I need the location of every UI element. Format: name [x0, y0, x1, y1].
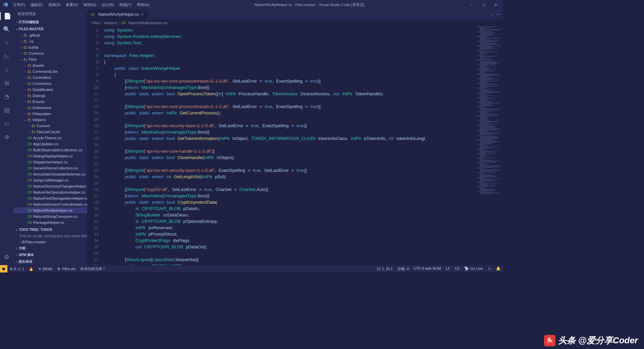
file-item[interactable]: C#AcrylicTheme.cs	[13, 135, 87, 141]
todo-files-master[interactable]: ›⊘ Files-master	[13, 239, 87, 245]
file-tree: ›🗀.github›🗀.vs›🗀builds›🗀Common⌄🗀Files›🗀A…	[13, 32, 87, 226]
folder-item[interactable]: ›🗀Controllers	[13, 74, 87, 81]
folder-item[interactable]: ›🗀CommandLine	[13, 68, 87, 74]
todo-section[interactable]: ⌄TODO TREE: TODOS	[13, 226, 87, 233]
file-item[interactable]: C#BulkObservableCollection.cs	[13, 147, 87, 153]
file-item[interactable]: C#PackageHelper.cs	[13, 219, 87, 226]
scan-mode[interactable]: ↻ Scan mode: workspace and open files	[13, 233, 87, 239]
file-item[interactable]: C#NativeWinApiHelper.cs	[13, 207, 87, 213]
menu-item[interactable]: 查看(V)	[63, 1, 80, 8]
breadcrumb[interactable]: Files › Helpers › C# NativeWinApiHelper.…	[87, 19, 503, 26]
settings-icon[interactable]: ⚙	[3, 253, 11, 261]
menu-item[interactable]: 选择(S)	[46, 1, 63, 8]
folder-item[interactable]: ⌄🗀Files	[13, 56, 87, 62]
more-icon[interactable]: ⋯	[79, 12, 83, 16]
sidebar-title: 资源管理器	[17, 12, 36, 16]
close-button[interactable]: ✕	[491, 1, 500, 8]
sidebar: 资源管理器 ⋯ ›打开的编辑器 ⌄FILES-MASTER ›🗀.github›…	[13, 9, 87, 265]
file-item[interactable]: C#JumpListManager.cs	[13, 177, 87, 183]
folder-item[interactable]: ›🗀Enums	[13, 99, 87, 105]
unfamiliar-section[interactable]: ›陌生单词	[13, 258, 87, 265]
status-bell-icon[interactable]: 🔔	[494, 266, 503, 271]
file-item[interactable]: C#DialogDisplayHelper.cs	[13, 153, 87, 159]
menu-item[interactable]: 文件(F)	[11, 1, 28, 8]
extensions-icon[interactable]: ⊞	[3, 79, 11, 87]
folder-item[interactable]: ›🗀.github	[13, 32, 87, 38]
file-item[interactable]: C#AppUpdater.cs	[13, 141, 87, 147]
folder-item[interactable]: ›🗀builds	[13, 44, 87, 50]
menu-item[interactable]: 转到(G)	[81, 1, 99, 8]
folder-item[interactable]: ›🗀Assets	[13, 62, 87, 68]
csharp-icon: C#	[91, 13, 95, 16]
menu-item[interactable]: 终端(T)	[117, 1, 134, 8]
status-flame[interactable]: 🔥	[26, 265, 36, 272]
menu-item[interactable]: 编辑(E)	[28, 1, 45, 8]
open-editors-section[interactable]: ›打开的编辑器	[13, 19, 87, 26]
status-position[interactable]: 行 1, 列 1	[375, 266, 395, 271]
menu-item[interactable]: 帮助(H)	[135, 1, 152, 8]
globe-icon[interactable]: ⊕	[3, 133, 11, 141]
maximize-button[interactable]: ▢	[479, 1, 488, 8]
minimap[interactable]	[476, 26, 503, 265]
folder-item[interactable]: ›🗀Common	[13, 50, 87, 56]
status-minify[interactable]: ✕ Minify	[36, 265, 55, 272]
more-actions-icon[interactable]: ⋯	[496, 12, 500, 17]
title-bar: 文件(F)编辑(E)选择(S)查看(V)转到(G)运行(R)终端(T)帮助(H)…	[0, 0, 503, 9]
editor-tabs: C# NativeWinApiHelper.cs × ⫞ ⋯	[87, 9, 503, 19]
search-icon[interactable]: 🔍	[3, 26, 11, 34]
folder-item[interactable]: ›🗀Dialogs	[13, 93, 87, 99]
explorer-icon[interactable]: 📄	[0, 12, 13, 20]
book-icon[interactable]: ▭	[3, 119, 11, 128]
status-analysis[interactable]: 单词分析完毕！	[78, 265, 108, 272]
folder-item[interactable]: ›🗀Extensions	[13, 105, 87, 111]
file-item[interactable]: C#GenericItemsCollection.cs	[13, 165, 87, 171]
tab-nativewinapihelper[interactable]: C# NativeWinApiHelper.cs ×	[87, 9, 147, 19]
activity-bar: 📄 🔍 ⑂ ▷ ⌂ ⊞ ◔ ▤ ▭ ⊕ ⚙	[0, 9, 13, 265]
file-item[interactable]: C#DispatcherHelper.cs	[13, 159, 87, 165]
file-item[interactable]: C#NativeFileOperationsHelper.cs	[13, 189, 87, 195]
menu-item[interactable]: 运行(R)	[99, 1, 116, 8]
run-debug-icon[interactable]: ▷	[3, 52, 11, 60]
minimize-button[interactable]: ─	[467, 1, 476, 8]
status-sln[interactable]: 🗎 Files.sln	[55, 265, 78, 272]
status-golive[interactable]: 📡 Go Live	[462, 266, 485, 271]
npm-section[interactable]: ›NPM 脚本	[13, 252, 87, 258]
status-spaces[interactable]: 空格: 4	[395, 266, 411, 271]
status-python[interactable]: ⬢	[0, 265, 7, 272]
status-encoding[interactable]: UTF-8 with BOM	[411, 266, 443, 270]
editor-area: C# NativeWinApiHelper.cs × ⫞ ⋯ Files › H…	[87, 9, 503, 265]
remote-icon[interactable]: ⌂	[3, 66, 11, 74]
status-bar: ⬢ ⊗ 0 ⚠ 1 🔥 ✕ Minify 🗎 Files.sln 单词分析完毕！…	[0, 265, 503, 272]
folder-item[interactable]: ›🗀Filesystem	[13, 111, 87, 117]
csharp-icon: C#	[121, 21, 126, 25]
file-item[interactable]: C#NativeDirectoryChangesHelper.cs	[13, 183, 87, 189]
status-feedback-icon[interactable]: ☺	[485, 266, 494, 270]
test-icon[interactable]: ◔	[3, 93, 11, 101]
file-item[interactable]: C#ItemsDataTemplateSelector.cs	[13, 171, 87, 177]
vscode-icon	[3, 2, 8, 7]
sidebar-header: 资源管理器 ⋯	[13, 9, 87, 19]
source-control-icon[interactable]: ⑂	[3, 39, 11, 47]
status-problems[interactable]: ⊗ 0 ⚠ 1	[7, 265, 26, 272]
project-section[interactable]: ⌄FILES-MASTER	[13, 26, 87, 32]
folder-item[interactable]: ›🗀Convert	[13, 123, 87, 129]
folder-item[interactable]: ⌄🗀Helpers	[13, 117, 87, 123]
file-item[interactable]: C#NativeIoDeviceControlHelper.cs	[13, 201, 87, 207]
split-editor-icon[interactable]: ⫞	[491, 12, 493, 17]
folder-item[interactable]: ›🗀Converters	[13, 81, 87, 87]
file-item[interactable]: C#NaturalStringComparer.cs	[13, 213, 87, 219]
tab-label: NativeWinApiHelper.cs	[98, 12, 139, 17]
tab-actions: ⫞ ⋯	[488, 9, 503, 19]
tab-close-icon[interactable]: ×	[141, 12, 144, 17]
code-content[interactable]: using System; using System.Runtime.Inter…	[104, 26, 476, 265]
folder-item[interactable]: ›🗀FileListCache	[13, 129, 87, 135]
outline-section[interactable]: ›大纲	[13, 245, 87, 252]
editor-icon[interactable]: ▤	[3, 106, 11, 114]
code-editor[interactable]: 1234567891011121314151617181920212223242…	[87, 26, 503, 265]
status-eol[interactable]: LF	[443, 266, 452, 270]
folder-item[interactable]: ›🗀.vs	[13, 38, 87, 44]
file-item[interactable]: C#NativeFindStorageItemHelper.cs	[13, 195, 87, 201]
window-controls: ─ ▢ ✕	[467, 1, 500, 8]
status-language[interactable]: C#	[452, 266, 462, 270]
folder-item[interactable]: ›🗀DataModels	[13, 87, 87, 93]
